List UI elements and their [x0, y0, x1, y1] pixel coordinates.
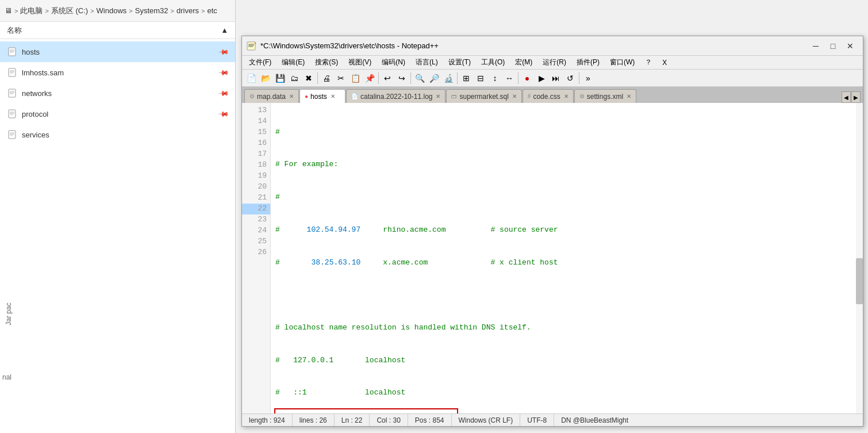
- pin-icon-networks: 📌: [218, 87, 230, 99]
- code-line-21: # ::1 localhost: [275, 388, 858, 398]
- tb-b4[interactable]: ↔: [502, 71, 516, 85]
- menu-plugins[interactable]: 插件(P): [572, 56, 604, 68]
- maximize-button[interactable]: □: [825, 40, 841, 52]
- breadcrumb-pc: 此电脑: [20, 6, 43, 16]
- code-area[interactable]: 13 14 15 16 17 18 19 20 21 22 23 24 25 2…: [242, 103, 863, 413]
- svg-rect-20: [247, 42, 255, 50]
- tb-copy[interactable]: 📋: [348, 71, 362, 85]
- tb-find[interactable]: 🔍: [413, 71, 427, 85]
- tb-undo[interactable]: ↩: [381, 71, 394, 85]
- svg-rect-0: [9, 48, 16, 56]
- menu-file[interactable]: 文件(F): [244, 56, 276, 68]
- tb-open[interactable]: 📂: [259, 71, 272, 85]
- title-bar-left: *C:\Windows\System32\drivers\etc\hosts -…: [247, 41, 439, 51]
- menu-search[interactable]: 搜索(S): [310, 56, 343, 68]
- status-lines-text: lines : 26: [299, 416, 327, 424]
- tab-bar: ⚙ map.data ✕ ● hosts ✕ 📄 catalina.2022-1…: [242, 87, 863, 103]
- line-numbers: 13 14 15 16 17 18 19 20 21 22 23 24 25 2…: [242, 103, 271, 413]
- tb-sep-4: [457, 72, 458, 84]
- menu-settings[interactable]: 设置(T): [444, 56, 475, 68]
- tab-supermarket[interactable]: 🗃 supermarket.sql ✕: [446, 89, 521, 103]
- file-item-lmhosts[interactable]: lmhosts.sam 📌: [0, 62, 235, 83]
- tab-map-data[interactable]: ⚙ map.data ✕: [244, 89, 299, 103]
- menu-tools[interactable]: 工具(O): [477, 56, 509, 68]
- code-line-17: # 38.25.63.10 x.acme.com # x client host: [275, 257, 858, 268]
- tab-catalina[interactable]: 📄 catalina.2022-10-11.log ✕: [346, 89, 445, 103]
- tb-c3[interactable]: ⏭: [549, 71, 563, 85]
- tb-cut[interactable]: ✂: [334, 71, 348, 85]
- tb-save[interactable]: 💾: [273, 71, 287, 85]
- tb-replace[interactable]: 🔎: [427, 71, 441, 85]
- tab-settings[interactable]: ⚙ settings.xml ✕: [574, 89, 636, 103]
- tb-new[interactable]: 📄: [244, 71, 258, 85]
- tb-sep-5: [518, 72, 519, 84]
- code-content[interactable]: # # For example: # # 102.54.94.97 rhino.…: [271, 103, 863, 413]
- menu-macro[interactable]: 宏(M): [510, 56, 537, 68]
- close-button[interactable]: ✕: [842, 40, 858, 52]
- tb-more[interactable]: »: [581, 71, 595, 85]
- tab-scroll-left[interactable]: ◀: [842, 91, 851, 103]
- menu-encode[interactable]: 编码(N): [377, 56, 410, 68]
- tb-paste[interactable]: 📌: [363, 71, 377, 85]
- menu-x[interactable]: X: [658, 58, 671, 68]
- breadcrumb[interactable]: 🖥 > 此电脑 > 系统区 (C:) > Windows > System32 …: [0, 0, 235, 22]
- tb-b3[interactable]: ↕: [488, 71, 502, 85]
- title-bar: *C:\Windows\System32\drivers\etc\hosts -…: [242, 36, 863, 56]
- breadcrumb-system32: System32: [135, 6, 168, 15]
- tb-b2[interactable]: ⊟: [474, 71, 487, 85]
- code-line-16: # 102.54.94.97 rhino.acme.com # source s…: [275, 225, 858, 236]
- tab-code-css[interactable]: # code.css ✕: [523, 89, 574, 103]
- code-line-20: # 127.0.0.1 localhost: [275, 355, 858, 366]
- tb-close[interactable]: ✖: [302, 71, 316, 85]
- tb-sep-1: [317, 72, 318, 84]
- status-le-text: Windows (CR LF): [459, 416, 513, 424]
- tb-c4[interactable]: ↺: [563, 71, 577, 85]
- menu-run[interactable]: 运行(R): [538, 56, 571, 68]
- tab-label-settings: settings.xml: [587, 93, 623, 101]
- scrollbar[interactable]: [856, 103, 863, 413]
- tb-c1[interactable]: ●: [520, 71, 534, 85]
- ln-23: 23: [242, 214, 270, 225]
- tb-b1[interactable]: ⊞: [459, 71, 473, 85]
- ln-16: 16: [242, 138, 270, 149]
- tb-save-all[interactable]: 🗂: [287, 71, 301, 85]
- tab-close-catalina[interactable]: ✕: [436, 93, 440, 99]
- menu-window[interactable]: 窗口(W): [605, 56, 639, 68]
- breadcrumb-drive: 系统区 (C:): [51, 6, 88, 16]
- tab-close-code-css[interactable]: ✕: [564, 93, 569, 99]
- status-lines: lines : 26: [293, 414, 335, 426]
- tab-close-settings[interactable]: ✕: [627, 93, 631, 99]
- window-title: *C:\Windows\System32\drivers\etc\hosts -…: [260, 41, 439, 50]
- svg-rect-8: [9, 89, 16, 97]
- tab-label-map-data: map.data: [257, 93, 286, 101]
- status-ln: Ln : 22: [335, 414, 370, 426]
- file-item-protocol[interactable]: protocol 📌: [0, 104, 235, 124]
- file-name-hosts: hosts: [22, 48, 40, 56]
- tab-label-catalina: catalina.2022-10-11.log: [360, 93, 432, 101]
- tab-scroll-right[interactable]: ▶: [851, 91, 861, 103]
- tb-zoom-in[interactable]: 🔬: [441, 71, 455, 85]
- tab-close-supermarket[interactable]: ✕: [512, 93, 517, 99]
- breadcrumb-icon: 🖥: [5, 6, 12, 15]
- status-line-endings: Windows (CR LF): [452, 414, 521, 426]
- file-item-hosts[interactable]: hosts 📌: [0, 41, 235, 62]
- scrollbar-thumb[interactable]: [856, 258, 863, 304]
- tab-close-map-data[interactable]: ✕: [289, 93, 294, 99]
- ln-22: 22: [242, 204, 270, 214]
- minimize-button[interactable]: ─: [808, 40, 824, 52]
- file-icon-lmhosts: [7, 67, 17, 78]
- menu-view[interactable]: 视图(V): [344, 56, 376, 68]
- menu-help[interactable]: ？: [640, 56, 656, 68]
- tab-close-hosts[interactable]: ✕: [331, 93, 335, 99]
- file-item-services[interactable]: services: [0, 124, 235, 145]
- ln-14: 14: [242, 116, 270, 127]
- sort-icon[interactable]: ▲: [221, 26, 228, 35]
- tb-c2[interactable]: ▶: [535, 71, 548, 85]
- file-item-networks[interactable]: networks 📌: [0, 83, 235, 104]
- breadcrumb-drivers: drivers: [176, 6, 199, 15]
- tb-redo[interactable]: ↪: [395, 71, 409, 85]
- menu-lang[interactable]: 语言(L): [411, 56, 443, 68]
- menu-edit[interactable]: 编辑(E): [277, 56, 309, 68]
- tb-print[interactable]: 🖨: [320, 71, 333, 85]
- tab-hosts[interactable]: ● hosts ✕: [299, 89, 345, 103]
